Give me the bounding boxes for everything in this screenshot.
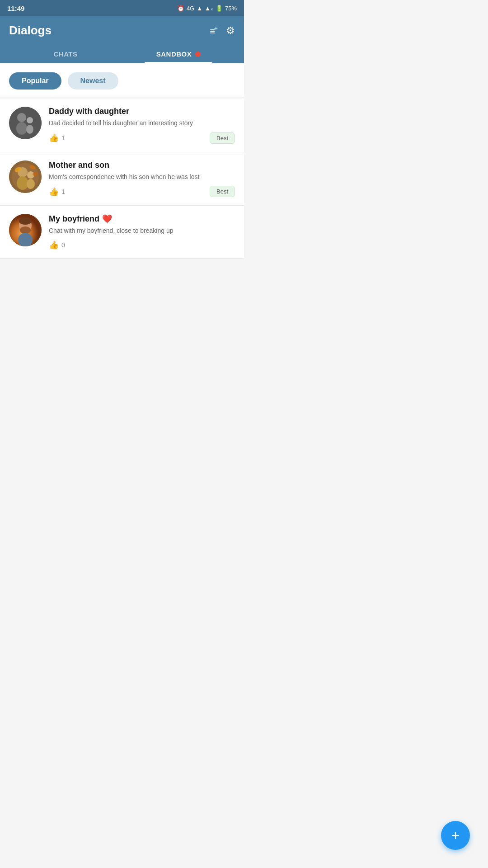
chat-item[interactable]: Mother and son Mom's correspondence with… [0, 152, 244, 206]
best-badge: Best [210, 186, 235, 197]
signal-icon: ▲ [197, 5, 202, 12]
avatar-image [9, 160, 42, 193]
sandbox-notification-dot [195, 52, 201, 57]
svg-point-10 [27, 179, 35, 189]
tab-bar: CHATS SANDBOX [9, 45, 235, 63]
avatar [9, 214, 42, 246]
page-title: Dialogs [9, 24, 52, 38]
status-bar: 11:49 ⏰ 4G ▲ ▲ₓ 🔋 75% [0, 0, 244, 16]
chat-footer: 👍 0 [49, 240, 235, 250]
chat-item[interactable]: My boyfriend ❤️ Chat with my boyfriend, … [0, 206, 244, 259]
avatar [9, 160, 42, 193]
header-top: Dialogs ≡+ ⚙ [9, 24, 235, 45]
clock-icon: ⏰ [177, 5, 184, 12]
new-chat-icon[interactable]: ≡+ [210, 25, 217, 37]
chat-content: Daddy with daughter Dad decided to tell … [49, 107, 235, 144]
status-time: 11:49 [7, 5, 24, 12]
chat-footer: 👍 1 Best [49, 132, 235, 144]
like-section: 👍 1 [49, 133, 65, 143]
battery-icon: 🔋 [216, 5, 223, 12]
chat-description: Chat with my boyfriend, close to breakin… [49, 226, 235, 236]
tab-sandbox[interactable]: SANDBOX [122, 45, 235, 63]
avatar-image [9, 107, 42, 139]
chat-description: Mom's correspondence with his son when h… [49, 173, 235, 182]
chat-list: Daddy with daughter Dad decided to tell … [0, 99, 244, 259]
svg-point-3 [27, 117, 33, 123]
header-actions: ≡+ ⚙ [210, 25, 235, 37]
like-section: 👍 0 [49, 240, 65, 250]
chat-content: My boyfriend ❤️ Chat with my boyfriend, … [49, 214, 235, 250]
svg-point-19 [19, 217, 32, 225]
filter-section: Popular Newest [0, 63, 244, 97]
heart-emoji: ❤️ [102, 214, 112, 224]
network-label: 4G [187, 5, 194, 12]
like-count: 1 [61, 134, 65, 142]
svg-point-2 [16, 122, 27, 135]
settings-icon[interactable]: ⚙ [226, 25, 235, 37]
filter-popular-button[interactable]: Popular [9, 72, 61, 90]
header: Dialogs ≡+ ⚙ CHATS SANDBOX [0, 16, 244, 63]
svg-point-0 [9, 107, 42, 139]
signal-x-icon: ▲ₓ [205, 5, 213, 12]
svg-point-1 [17, 113, 26, 122]
chat-description: Dad decided to tell his daughter an inte… [49, 119, 235, 128]
like-count: 1 [61, 188, 65, 195]
status-icons: ⏰ 4G ▲ ▲ₓ 🔋 75% [177, 5, 237, 12]
chat-title: Mother and son [49, 160, 235, 170]
svg-point-17 [20, 226, 31, 234]
tab-chats[interactable]: CHATS [9, 45, 122, 63]
chat-title: Daddy with daughter [49, 107, 235, 116]
chat-footer: 👍 1 Best [49, 186, 235, 197]
like-icon: 👍 [49, 240, 59, 250]
avatar [9, 107, 42, 139]
avatar-image [9, 214, 42, 246]
sandbox-tab-wrapper: SANDBOX [122, 50, 235, 58]
chat-item[interactable]: Daddy with daughter Dad decided to tell … [0, 99, 244, 152]
svg-point-4 [26, 125, 33, 134]
chat-title: My boyfriend ❤️ [49, 214, 235, 224]
chat-content: Mother and son Mom's correspondence with… [49, 160, 235, 198]
like-count: 0 [61, 241, 65, 249]
like-section: 👍 1 [49, 187, 65, 197]
like-icon: 👍 [49, 187, 59, 197]
like-icon: 👍 [49, 133, 59, 143]
battery-level: 75% [225, 5, 237, 12]
filter-newest-button[interactable]: Newest [68, 72, 118, 90]
best-badge: Best [210, 132, 235, 144]
svg-point-8 [17, 176, 28, 190]
